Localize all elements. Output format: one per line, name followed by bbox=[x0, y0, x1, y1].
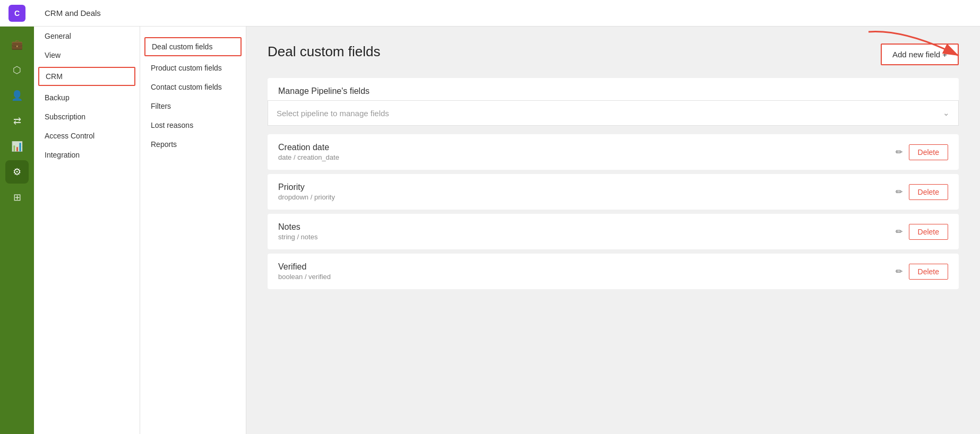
pipeline-label: Manage Pipeline's fields bbox=[268, 78, 959, 100]
delete-button-creation-date[interactable]: Delete bbox=[909, 144, 948, 160]
settings-nav-backup[interactable]: Backup bbox=[34, 88, 140, 107]
gear-icon[interactable]: ⚙ bbox=[5, 160, 29, 184]
settings-nav-integration[interactable]: Integration bbox=[34, 145, 140, 164]
field-name-creation-date: Creation date bbox=[278, 143, 339, 152]
field-row-creation-date: Creation date date / creation_date ✏ Del… bbox=[268, 134, 959, 170]
settings-nav: General View CRM Backup Subscription Acc… bbox=[34, 27, 140, 434]
briefcase-icon[interactable]: 💼 bbox=[5, 33, 29, 56]
edit-icon-priority[interactable]: ✏ bbox=[896, 187, 902, 197]
field-info-verified: Verified boolean / verified bbox=[278, 262, 331, 281]
settings-nav-general[interactable]: General bbox=[34, 27, 140, 46]
crm-subnav-product-custom-fields[interactable]: Product custom fields bbox=[140, 58, 246, 77]
pipeline-select[interactable]: Select pipeline to manage fields ⌄ bbox=[268, 100, 959, 126]
field-row-notes: Notes string / notes ✏ Delete bbox=[268, 214, 959, 249]
field-actions-notes: ✏ Delete bbox=[896, 224, 948, 240]
field-info-notes: Notes string / notes bbox=[278, 222, 317, 241]
cube-icon[interactable]: ⬡ bbox=[5, 58, 29, 82]
delete-button-priority[interactable]: Delete bbox=[909, 184, 948, 200]
settings-nav-wrapper: General View CRM Backup Subscription Acc… bbox=[34, 27, 140, 164]
app-name: CRM and Deals bbox=[45, 8, 101, 18]
field-actions-creation-date: ✏ Delete bbox=[896, 144, 948, 160]
arrows-icon[interactable]: ⇄ bbox=[5, 109, 29, 133]
add-new-field-button[interactable]: Add new field + bbox=[881, 44, 959, 65]
field-info-creation-date: Creation date date / creation_date bbox=[278, 143, 339, 161]
app-logo-container: C bbox=[0, 0, 34, 27]
field-name-notes: Notes bbox=[278, 222, 317, 232]
field-name-priority: Priority bbox=[278, 183, 335, 192]
app-header: CRM and Deals bbox=[34, 0, 980, 27]
field-actions-priority: ✏ Delete bbox=[896, 184, 948, 200]
settings-nav-view[interactable]: View bbox=[34, 46, 140, 65]
crm-subnav-filters[interactable]: Filters bbox=[140, 97, 246, 116]
settings-nav-access-control[interactable]: Access Control bbox=[34, 126, 140, 145]
field-type-notes: string / notes bbox=[278, 233, 317, 241]
page-title: Deal custom fields bbox=[268, 44, 380, 60]
crm-subnav-lost-reasons[interactable]: Lost reasons bbox=[140, 116, 246, 135]
field-type-creation-date: date / creation_date bbox=[278, 153, 339, 161]
main-header: Deal custom fields Add new field + bbox=[268, 44, 959, 65]
delete-button-verified[interactable]: Delete bbox=[909, 264, 948, 280]
crm-subnav: Deal custom fields Product custom fields… bbox=[140, 27, 246, 434]
field-row-priority: Priority dropdown / priority ✏ Delete bbox=[268, 174, 959, 210]
pipeline-select-placeholder: Select pipeline to manage fields bbox=[277, 109, 389, 118]
chevron-down-icon: ⌄ bbox=[943, 108, 950, 118]
people-icon[interactable]: 👤 bbox=[5, 84, 29, 107]
edit-icon-notes[interactable]: ✏ bbox=[896, 227, 902, 237]
field-actions-verified: ✏ Delete bbox=[896, 264, 948, 280]
settings-nav-subscription[interactable]: Subscription bbox=[34, 107, 140, 126]
crm-subnav-contact-custom-fields[interactable]: Contact custom fields bbox=[140, 77, 246, 97]
edit-icon-creation-date[interactable]: ✏ bbox=[896, 147, 902, 157]
chart-icon[interactable]: 📊 bbox=[5, 135, 29, 158]
field-info-priority: Priority dropdown / priority bbox=[278, 183, 335, 201]
right-panels: CRM and Deals General View CRM Backup Su… bbox=[34, 0, 980, 434]
grid-icon[interactable]: ⊞ bbox=[5, 186, 29, 209]
field-type-priority: dropdown / priority bbox=[278, 193, 335, 201]
edit-icon-verified[interactable]: ✏ bbox=[896, 266, 902, 276]
right-panels-inner: General View CRM Backup Subscription Acc… bbox=[34, 0, 980, 434]
settings-nav-crm[interactable]: CRM bbox=[38, 67, 135, 86]
pipeline-section: Manage Pipeline's fields Select pipeline… bbox=[268, 78, 959, 126]
field-name-verified: Verified bbox=[278, 262, 331, 272]
icon-bar: C 💼 ⬡ 👤 ⇄ 📊 ⚙ ⊞ bbox=[0, 0, 34, 434]
delete-button-notes[interactable]: Delete bbox=[909, 224, 948, 240]
field-type-verified: boolean / verified bbox=[278, 273, 331, 281]
crm-subnav-reports[interactable]: Reports bbox=[140, 135, 246, 154]
main-content: Deal custom fields Add new field + Manag… bbox=[246, 27, 980, 434]
app-logo: C bbox=[8, 5, 25, 22]
icon-bar-icons: 💼 ⬡ 👤 ⇄ 📊 ⚙ ⊞ bbox=[0, 27, 34, 209]
field-row-verified: Verified boolean / verified ✏ Delete bbox=[268, 254, 959, 289]
crm-subnav-deal-custom-fields[interactable]: Deal custom fields bbox=[144, 37, 242, 56]
